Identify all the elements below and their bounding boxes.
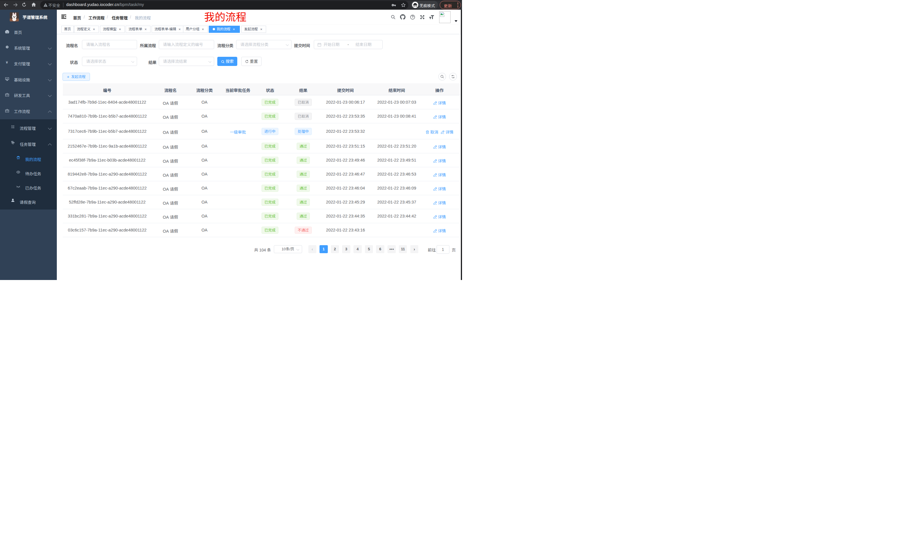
svg-text:¥: ¥ <box>5 60 8 64</box>
